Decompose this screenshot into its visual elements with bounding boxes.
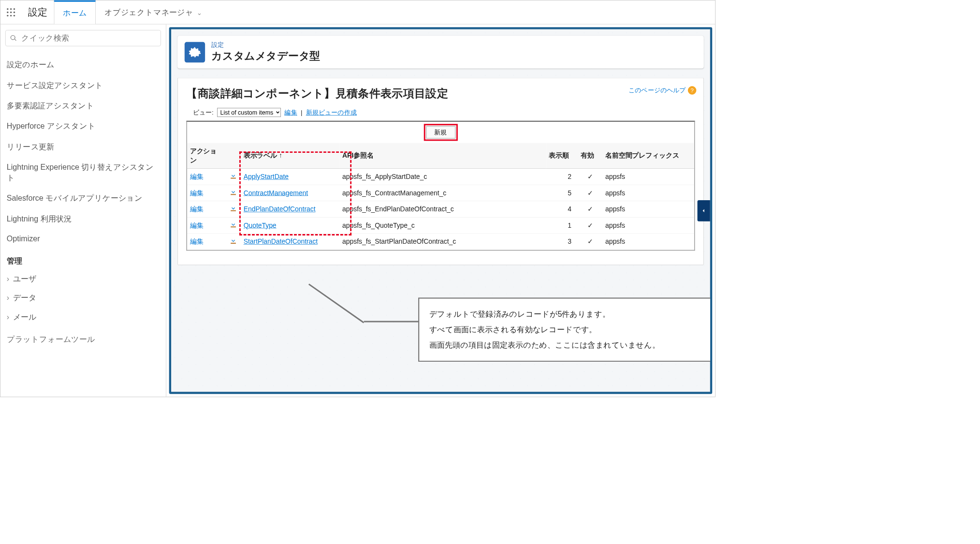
sidebar-sub-item[interactable]: ›ユーザ (5, 269, 161, 288)
sidebar-item[interactable]: サービス設定アシスタント (5, 75, 161, 95)
download-icon[interactable] (229, 188, 238, 196)
app-launcher-icon[interactable] (0, 7, 22, 17)
edit-link[interactable]: 編集 (190, 173, 204, 180)
record-active: ✓ (578, 169, 602, 185)
sidebar-item[interactable]: Lightning Experience 切り替えアシスタント (5, 157, 161, 188)
svg-point-5 (14, 11, 15, 13)
sidebar-item[interactable]: リリース更新 (5, 137, 161, 157)
panel-heading: 【商談詳細コンポーネント】見積条件表示項目設定 (186, 86, 695, 101)
record-active: ✓ (578, 217, 602, 234)
record-label-link[interactable]: ContractManagement (244, 189, 308, 196)
sidebar-item[interactable]: Lightning 利用状況 (5, 208, 161, 229)
edit-link[interactable]: 編集 (190, 205, 204, 212)
record-namespace: appsfs (602, 201, 694, 218)
callout-text: 画面先頭の項目は固定表示のため、ここには含まれていません。 (429, 338, 712, 353)
table-row: 編集EndPlanDateOfContractappsfs_fs_EndPlan… (187, 201, 694, 218)
new-record-button[interactable]: 新規 (426, 126, 455, 139)
record-active: ✓ (578, 185, 602, 201)
edit-view-link[interactable]: 編集 (284, 108, 297, 117)
view-select[interactable]: List of custom items (217, 108, 281, 118)
help-icon: ? (688, 86, 697, 95)
page-help-link[interactable]: このページのヘルプ? (629, 86, 696, 94)
records-table: アクション 表示ラベル ↑ API参照名 表示順 有効 名前空間プレフィックス … (187, 143, 694, 250)
top-tabs: ホーム オブジェクトマネージャ ⌄ (54, 0, 211, 24)
tab-home[interactable]: ホーム (54, 0, 96, 24)
list-table-wrap: 新規 アクション 表示ラベル ↑ API参照名 表示順 有効 (186, 121, 695, 251)
record-namespace: appsfs (602, 217, 694, 234)
tab-home-label: ホーム (63, 8, 87, 18)
download-icon[interactable] (229, 237, 238, 245)
download-icon[interactable] (229, 221, 238, 228)
record-label-link[interactable]: QuoteType (244, 221, 277, 229)
record-namespace: appsfs (602, 169, 694, 185)
svg-point-4 (10, 11, 12, 13)
sidebar-item[interactable]: Optimizer (5, 229, 161, 248)
callout-text: すべて画面に表示される有効なレコードです。 (429, 322, 712, 338)
view-selector-row: ビュー: List of custom items 編集 | 新規ビューの作成 (193, 108, 695, 118)
svg-point-2 (14, 8, 15, 10)
record-namespace: appsfs (602, 234, 694, 250)
top-bar: 設定 ホーム オブジェクトマネージャ ⌄ (0, 0, 715, 25)
search-icon (10, 34, 17, 42)
sidebar-sub-item[interactable]: ›メール (5, 308, 161, 326)
sidebar-item[interactable]: Hyperforce アシスタント (5, 116, 161, 136)
edit-link[interactable]: 編集 (190, 221, 204, 229)
record-active: ✓ (578, 201, 602, 218)
download-icon[interactable] (229, 205, 238, 212)
sidebar-section: プラットフォームツール (5, 326, 161, 348)
svg-point-7 (10, 15, 12, 16)
record-api: appsfs_fs_ContractManagement_c (339, 185, 546, 201)
svg-point-8 (14, 15, 15, 16)
page-header-sup: 設定 (211, 41, 320, 49)
sidebar: 設定のホーム サービス設定アシスタント 多要素認証アシスタント Hyperfor… (0, 24, 166, 397)
quick-find[interactable] (5, 30, 161, 46)
col-label[interactable]: 表示ラベル ↑ (241, 143, 339, 169)
col-order[interactable]: 表示順 (546, 143, 578, 169)
quick-find-input[interactable] (21, 33, 157, 43)
new-view-link[interactable]: 新規ビューの作成 (306, 108, 357, 117)
record-label-link[interactable]: ApplyStartDate (244, 173, 289, 180)
svg-point-0 (7, 8, 8, 10)
chevron-down-icon: ⌄ (197, 9, 202, 16)
record-order: 5 (546, 185, 578, 201)
view-label: ビュー: (193, 108, 214, 117)
sidebar-section: 管理 (5, 248, 161, 269)
record-active: ✓ (578, 234, 602, 250)
record-order: 2 (546, 169, 578, 185)
record-order: 4 (546, 201, 578, 218)
tab-object-manager-label: オブジェクトマネージャ (104, 7, 193, 18)
tab-object-manager[interactable]: オブジェクトマネージャ ⌄ (96, 0, 211, 24)
table-row: 編集ContractManagementappsfs_fs_ContractMa… (187, 185, 694, 201)
chevron-right-icon: › (7, 294, 9, 302)
record-label-link[interactable]: StartPlanDateOfContract (244, 238, 318, 245)
svg-point-6 (7, 15, 8, 16)
record-order: 3 (546, 234, 578, 250)
col-api[interactable]: API参照名 (339, 143, 546, 169)
main-area: 設定 カスタムメタデータ型 【商談詳細コンポーネント】見積条件表示項目設定 この… (169, 27, 712, 394)
record-order: 1 (546, 217, 578, 234)
collapse-panel-button[interactable] (697, 200, 710, 221)
callout-text: デフォルトで登録済みのレコードが5件あります。 (429, 307, 712, 322)
col-namespace[interactable]: 名前空間プレフィックス (602, 143, 694, 169)
svg-point-1 (10, 8, 12, 10)
sidebar-item[interactable]: 設定のホーム (5, 55, 161, 75)
table-row: 編集QuoteTypeappsfs_fs_QuoteType_c1✓appsfs (187, 217, 694, 234)
table-row: 編集StartPlanDateOfContractappsfs_fs_Start… (187, 234, 694, 250)
callout-connector (308, 283, 364, 323)
chevron-right-icon: › (7, 274, 9, 283)
chevron-right-icon: › (7, 312, 9, 321)
record-api: appsfs_fs_QuoteType_c (339, 217, 546, 234)
svg-point-3 (7, 11, 8, 13)
sidebar-item[interactable]: 多要素認証アシスタント (5, 96, 161, 116)
col-action[interactable]: アクション (187, 143, 226, 169)
download-icon[interactable] (229, 172, 238, 180)
sidebar-sub-item[interactable]: ›データ (5, 288, 161, 307)
highlight-new-button: 新規 (424, 124, 457, 141)
sidebar-item[interactable]: Salesforce モバイルアプリケーション (5, 188, 161, 208)
edit-link[interactable]: 編集 (190, 189, 204, 196)
gear-icon (185, 42, 205, 62)
app-title: 設定 (22, 5, 54, 19)
col-active[interactable]: 有効 (578, 143, 602, 169)
record-label-link[interactable]: EndPlanDateOfContract (244, 205, 316, 212)
edit-link[interactable]: 編集 (190, 238, 204, 245)
